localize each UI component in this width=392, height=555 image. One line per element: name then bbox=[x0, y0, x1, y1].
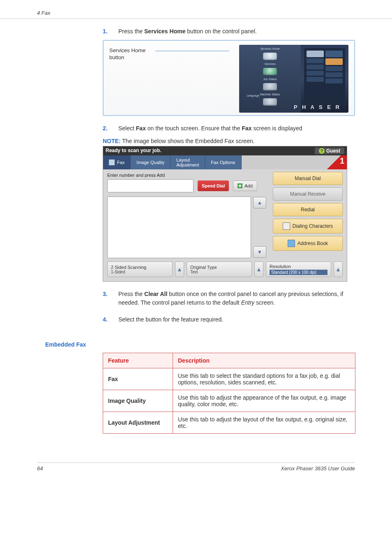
address-book-icon bbox=[288, 240, 295, 247]
note: NOTE: The image below shows the Embedded… bbox=[103, 138, 355, 144]
services-home-hw-button[interactable] bbox=[263, 53, 277, 60]
step-1: 1. Press the Services Home button on the… bbox=[103, 27, 355, 36]
dialing-chars-icon bbox=[283, 222, 290, 230]
original-type-button[interactable]: Original Type Text bbox=[187, 261, 252, 277]
section-title-embedded-fax: Embedded Fax bbox=[45, 341, 392, 348]
services-hw-button[interactable] bbox=[263, 68, 277, 75]
plus-icon bbox=[238, 183, 242, 188]
fax-icon bbox=[109, 160, 115, 165]
two-sided-up-arrow[interactable]: ▲ bbox=[175, 261, 184, 277]
list-scroll-up[interactable]: ▲ bbox=[253, 197, 266, 208]
resolution-up-arrow[interactable]: ▲ bbox=[334, 261, 343, 277]
tab-image-quality[interactable]: Image Quality bbox=[131, 155, 171, 169]
td-feature: Image Quality bbox=[103, 390, 173, 412]
table-header-row: Feature Description bbox=[103, 353, 355, 368]
table-row: Fax Use this tab to select the standard … bbox=[103, 368, 355, 390]
device-panel: Services Home Services Job Status Machin… bbox=[239, 45, 348, 113]
language-label: Language bbox=[247, 94, 259, 97]
td-desc: Use this tab to select the standard opti… bbox=[173, 368, 355, 390]
ts-tab-row: Fax Image Quality Layout Adjustment Fax … bbox=[103, 155, 347, 169]
page-header: 4 Fax bbox=[0, 0, 392, 19]
td-feature: Layout Adjustment bbox=[103, 412, 173, 434]
redial-button[interactable]: Redial bbox=[273, 203, 343, 216]
feature-table: Feature Description Fax Use this tab to … bbox=[103, 353, 355, 434]
guest-button[interactable]: ? Guest bbox=[315, 148, 344, 154]
footer-page-number: 64 bbox=[37, 465, 43, 472]
tab-layout-adjustment[interactable]: Layout Adjustment bbox=[171, 155, 205, 169]
resolution-button[interactable]: Resolution Standard (200 x 100 dpi) bbox=[266, 261, 331, 277]
tab-fax-options[interactable]: Fax Options bbox=[205, 155, 241, 169]
td-desc: Use this tab to adjust the appearance of… bbox=[173, 390, 355, 412]
callout-line bbox=[155, 51, 229, 51]
ts-statusbar: Ready to scan your job. ? Guest bbox=[103, 146, 347, 155]
manual-receive-button[interactable]: Manual Receive bbox=[273, 187, 343, 201]
th-description: Description bbox=[173, 353, 355, 368]
step-number: 4. bbox=[103, 315, 111, 324]
machine-status-hw-button[interactable] bbox=[263, 98, 277, 106]
dialing-characters-button[interactable]: Dialing Characters bbox=[273, 219, 343, 234]
step-3: 3. Press the Clear All button once on th… bbox=[103, 290, 355, 307]
speed-dial-button[interactable]: Speed Dial bbox=[198, 180, 229, 191]
list-scroll-down[interactable]: ▼ bbox=[253, 246, 266, 258]
note-label: NOTE: bbox=[103, 138, 121, 144]
two-sided-scanning-button[interactable]: 2 Sided Scanning 1-Sided bbox=[107, 261, 173, 277]
table-row: Layout Adjustment Use this tab to adjust… bbox=[103, 412, 355, 434]
job-status-hw-button[interactable] bbox=[263, 83, 277, 90]
page-footer: 64 Xerox Phaser 3635 User Guide bbox=[37, 462, 355, 472]
control-panel-figure: Services Home button Services Home Servi… bbox=[103, 40, 355, 116]
add-button[interactable]: Add bbox=[233, 180, 257, 191]
step-text: Select the button for the feature requir… bbox=[118, 315, 223, 324]
step-4: 4. Select the button for the feature req… bbox=[103, 315, 355, 324]
step-2: 2. Select Fax on the touch screen. Ensur… bbox=[103, 124, 355, 133]
embedded-fax-screenshot: Ready to scan your job. ? Guest Fax Imag… bbox=[103, 146, 347, 282]
step-text: Select Fax on the touch screen. Ensure t… bbox=[118, 124, 302, 133]
footer-doc-title: Xerox Phaser 3635 User Guide bbox=[281, 465, 355, 472]
status-text: Ready to scan your job. bbox=[106, 148, 161, 154]
original-type-up-arrow[interactable]: ▲ bbox=[254, 261, 263, 277]
brand-label: P H A S E R bbox=[294, 104, 341, 110]
right-button-column: Manual Dial Manual Receive Redial Dialin… bbox=[273, 172, 343, 251]
manual-dial-button[interactable]: Manual Dial bbox=[273, 172, 343, 185]
step-number: 2. bbox=[103, 124, 111, 133]
panel-lcd bbox=[304, 48, 345, 104]
step-text: Press the Clear All button once on the c… bbox=[118, 290, 355, 307]
step-number: 3. bbox=[103, 290, 111, 307]
bottom-options-row: 2 Sided Scanning 1-Sided ▲ Original Type… bbox=[107, 261, 343, 277]
th-feature: Feature bbox=[103, 353, 173, 368]
panel-button-column: Services Home Services Job Status Machin… bbox=[239, 45, 301, 113]
tab-fax[interactable]: Fax bbox=[103, 155, 131, 169]
td-desc: Use this tab to adjust the layout of the… bbox=[173, 412, 355, 434]
td-feature: Fax bbox=[103, 368, 173, 390]
address-book-button[interactable]: Address Book bbox=[273, 236, 343, 251]
step-number: 1. bbox=[103, 27, 111, 36]
callout-label: Services Home button bbox=[109, 45, 145, 115]
note-text: The image below shows the Embedded Fax s… bbox=[121, 138, 255, 144]
table-row: Image Quality Use this tab to adjust the… bbox=[103, 390, 355, 412]
step-text: Press the Services Home button on the co… bbox=[118, 27, 257, 36]
recipient-list[interactable]: ▲ ▼ bbox=[107, 197, 251, 258]
dial-number-field[interactable] bbox=[107, 179, 194, 192]
help-icon: ? bbox=[319, 148, 325, 154]
page-count-corner: 1 bbox=[322, 155, 347, 169]
